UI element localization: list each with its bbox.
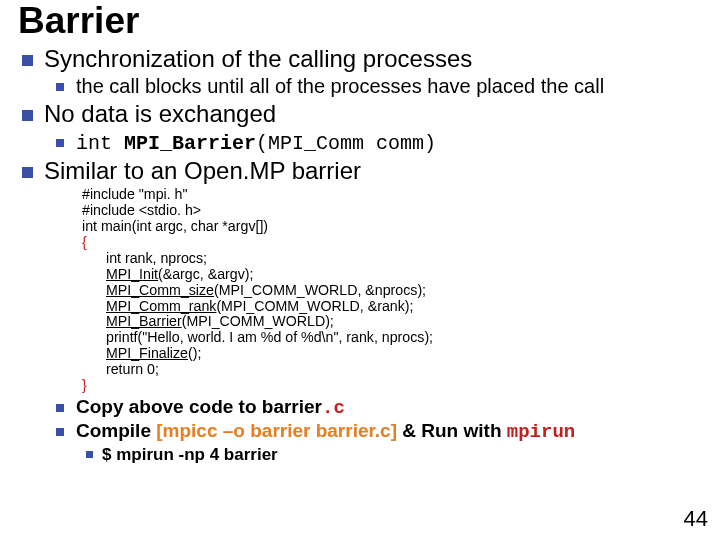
run-prefix: $ <box>102 445 116 464</box>
bullet-sync-text: Synchronization of the calling processes <box>44 45 472 72</box>
code-line-5e: MPI_Barrier(MPI_COMM_WORLD); <box>82 314 710 330</box>
bullet-sync-sub: the call blocks until all of the process… <box>54 75 710 98</box>
bullet-list: Synchronization of the calling processes… <box>18 45 710 465</box>
code-line-5b: MPI_Init(&argc, &argv); <box>82 267 710 283</box>
code-line-5g: MPI_Finalize(); <box>82 346 710 362</box>
bullet-nodata-text: No data is exchanged <box>44 100 276 127</box>
code-line-3: int main(int argc, char *argv[]) <box>82 219 710 235</box>
run-cmd: mpirun -np 4 barrier <box>116 445 278 464</box>
slide: Barrier Synchronization of the calling p… <box>0 0 720 540</box>
sig-args: (MPI_Comm comm) <box>256 132 436 155</box>
sig-prefix: int <box>76 132 124 155</box>
sig-name: MPI_Barrier <box>124 132 256 155</box>
bullet-compile: Compile [mpicc –o barrier barrier.c] & R… <box>54 420 710 465</box>
bullet-sync: Synchronization of the calling processes… <box>18 45 710 99</box>
compile-run: mpirun <box>507 421 575 443</box>
bullet-similar: Similar to an Open.MP barrier #include "… <box>18 157 710 465</box>
bullet-copy: Copy above code to barrier.c <box>54 396 710 419</box>
copy-prefix: Copy above code to barrier <box>76 396 322 417</box>
code-line-1: #include "mpi. h" <box>82 187 710 203</box>
code-line-4: { <box>82 235 710 251</box>
code-block: #include "mpi. h" #include <stdio. h> in… <box>82 187 710 394</box>
slide-title: Barrier <box>18 2 710 41</box>
copy-ext: .c <box>322 397 345 419</box>
code-line-2: #include <stdio. h> <box>82 203 710 219</box>
compile-cmd: [mpicc –o barrier barrier.c] <box>156 420 397 441</box>
bullet-similar-text: Similar to an Open.MP barrier <box>44 157 361 184</box>
bullet-nodata: No data is exchanged int MPI_Barrier(MPI… <box>18 100 710 155</box>
bullet-signature: int MPI_Barrier(MPI_Comm comm) <box>54 131 710 155</box>
bullet-run-example: $ mpirun -np 4 barrier <box>84 445 710 465</box>
bullet-sync-sub-text: the call blocks until all of the process… <box>76 75 604 97</box>
code-line-5d: MPI_Comm_rank(MPI_COMM_WORLD, &rank); <box>82 299 710 315</box>
code-line-5f: printf("Hello, world. I am %d of %d\n", … <box>82 330 710 346</box>
page-number: 44 <box>684 506 708 532</box>
code-line-5h: return 0; <box>82 362 710 378</box>
compile-mid: & Run with <box>397 420 507 441</box>
compile-prefix: Compile <box>76 420 156 441</box>
code-line-5a: int rank, nprocs; <box>82 251 710 267</box>
code-line-5c: MPI_Comm_size(MPI_COMM_WORLD, &nprocs); <box>82 283 710 299</box>
code-line-6: } <box>82 378 710 394</box>
